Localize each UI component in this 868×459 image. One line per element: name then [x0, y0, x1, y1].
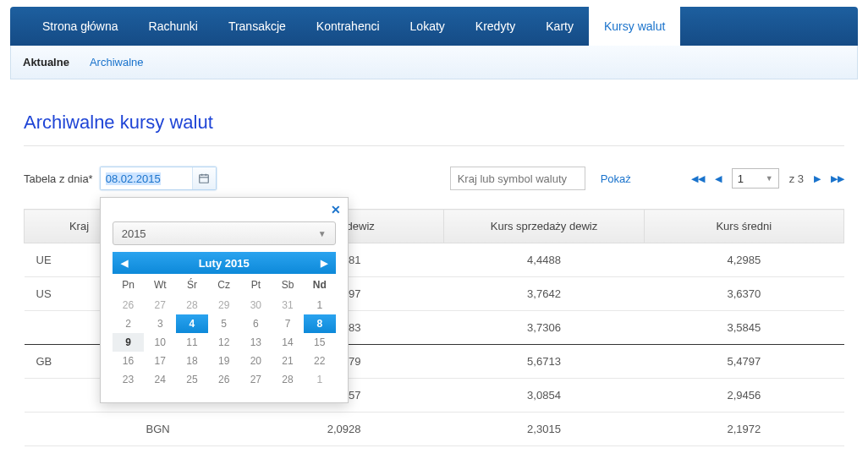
calendar-day[interactable]: 25	[176, 370, 208, 389]
page-value: 1	[738, 172, 744, 185]
next-page-button[interactable]: ▶	[814, 173, 821, 184]
cell: 3,0854	[444, 379, 644, 413]
nav-item-karty[interactable]: Karty	[530, 7, 589, 46]
datepicker: ✕ 2015 ▼ ◀ Luty 2015 ▶ PnWtŚrCzPtSbNd 26…	[100, 197, 349, 403]
top-nav: Strona głównaRachunkiTransakcjeKontrahen…	[10, 7, 858, 46]
cell: 3,6370	[644, 277, 843, 311]
calendar-day[interactable]: 27	[144, 296, 176, 314]
dow-header: Pn	[113, 274, 145, 296]
cell: BGN	[135, 413, 244, 446]
calendar-day[interactable]: 10	[144, 333, 176, 352]
calendar-day[interactable]: 1	[304, 370, 336, 389]
col-header: Kurs sprzedaży dewiz	[444, 210, 644, 243]
calendar-day[interactable]: 30	[239, 296, 272, 314]
sub-nav: AktualneArchiwalne	[10, 46, 858, 79]
cell: 2,9456	[644, 379, 843, 413]
first-page-button[interactable]: ◀◀	[691, 173, 705, 184]
calendar-day[interactable]: 28	[176, 296, 208, 314]
divider	[24, 145, 844, 146]
calendar-day[interactable]: 1	[304, 296, 336, 314]
calendar-day[interactable]: 19	[208, 352, 240, 370]
calendar-day[interactable]: 9	[113, 333, 145, 352]
chevron-down-icon: ▼	[318, 229, 327, 238]
calendar-day[interactable]: 6	[239, 314, 272, 333]
calendar-day[interactable]: 8	[304, 314, 336, 333]
cell	[25, 413, 135, 446]
calendar-day[interactable]: 28	[272, 370, 304, 389]
calendar-day[interactable]: 21	[272, 352, 304, 370]
prev-month-button[interactable]: ◀	[121, 258, 128, 269]
calendar-day[interactable]: 26	[208, 370, 240, 389]
year-value: 2015	[122, 227, 146, 240]
calendar-day[interactable]: 5	[208, 314, 240, 333]
subnav-item-aktualne[interactable]: Aktualne	[23, 56, 69, 68]
calendar-day[interactable]: 17	[144, 352, 176, 370]
cell: 3,7306	[444, 311, 644, 345]
subnav-item-archiwalne[interactable]: Archiwalne	[90, 56, 144, 68]
dow-header: Śr	[176, 274, 208, 296]
toolbar: Tabela z dnia* ✕ 2015 ▼ ◀ Luty 2015 ▶	[24, 167, 844, 190]
date-label: Tabela z dnia*	[24, 172, 93, 185]
dow-header: Nd	[304, 274, 336, 296]
nav-item-transakcje[interactable]: Transakcje	[213, 7, 301, 46]
cell: 2,3015	[444, 413, 644, 446]
show-button[interactable]: Pokaż	[601, 172, 631, 185]
calendar-day[interactable]: 29	[208, 296, 240, 314]
month-bar: ◀ Luty 2015 ▶	[113, 252, 336, 274]
calendar-day[interactable]: 2	[113, 314, 145, 333]
calendar-day[interactable]: 4	[176, 314, 208, 333]
cell: 3,7642	[444, 277, 644, 311]
year-select[interactable]: 2015 ▼	[113, 221, 336, 245]
calendar-day[interactable]: 11	[176, 333, 208, 352]
last-page-button[interactable]: ▶▶	[831, 173, 844, 184]
calendar-icon[interactable]	[192, 167, 216, 189]
page-select[interactable]: 1 ▼	[732, 168, 779, 189]
chevron-down-icon: ▼	[766, 174, 773, 183]
month-label: Luty 2015	[199, 257, 250, 270]
dow-header: Pt	[239, 274, 272, 296]
cell: 2,1972	[644, 413, 843, 446]
cell: 3,5845	[644, 311, 843, 345]
nav-item-rachunki[interactable]: Rachunki	[134, 7, 213, 46]
calendar-day[interactable]: 13	[239, 333, 272, 352]
calendar-day[interactable]: 12	[208, 333, 240, 352]
cell: 5,6713	[444, 345, 644, 379]
calendar-day[interactable]: 27	[239, 370, 272, 389]
calendar-day[interactable]: 26	[113, 296, 145, 314]
nav-item-strona-główna[interactable]: Strona główna	[27, 7, 134, 46]
calendar-day[interactable]: 15	[304, 333, 336, 352]
date-input-wrap	[100, 167, 217, 190]
calendar-day[interactable]: 20	[239, 352, 272, 370]
table-row: BGN2,09282,30152,1972	[25, 413, 844, 446]
calendar-day[interactable]: 7	[272, 314, 304, 333]
calendar-day[interactable]: 16	[113, 352, 145, 370]
prev-page-button[interactable]: ◀	[715, 173, 722, 184]
calendar-grid: PnWtŚrCzPtSbNd 2627282930311234567891011…	[113, 274, 336, 389]
cell: 2,0928	[244, 413, 444, 446]
calendar-day[interactable]: 24	[144, 370, 176, 389]
pager: ◀◀ ◀ 1 ▼ z 3 ▶ ▶▶	[691, 168, 844, 189]
nav-item-lokaty[interactable]: Lokaty	[395, 7, 460, 46]
nav-item-kredyty[interactable]: Kredyty	[460, 7, 530, 46]
calendar-day[interactable]: 22	[304, 352, 336, 370]
cell: 4,2985	[644, 243, 843, 277]
date-input[interactable]	[101, 167, 192, 189]
of-label: z 3	[789, 172, 804, 185]
nav-item-kontrahenci[interactable]: Kontrahenci	[301, 7, 395, 46]
dow-header: Cz	[208, 274, 240, 296]
cell: 4,4488	[444, 243, 644, 277]
calendar-day[interactable]: 31	[272, 296, 304, 314]
nav-item-kursy-walut[interactable]: Kursy walut	[589, 7, 680, 46]
calendar-day[interactable]: 14	[272, 333, 304, 352]
page-title: Archiwalne kursy walut	[24, 112, 844, 134]
close-icon[interactable]: ✕	[331, 203, 341, 216]
currency-filter-input[interactable]	[450, 167, 585, 190]
col-header: Kurs średni	[644, 210, 843, 243]
next-month-button[interactable]: ▶	[321, 258, 327, 269]
cell: 5,4797	[644, 345, 843, 379]
calendar-day[interactable]: 18	[176, 352, 208, 370]
svg-rect-0	[200, 175, 209, 183]
dow-header: Wt	[144, 274, 176, 296]
calendar-day[interactable]: 23	[113, 370, 145, 389]
calendar-day[interactable]: 3	[144, 314, 176, 333]
